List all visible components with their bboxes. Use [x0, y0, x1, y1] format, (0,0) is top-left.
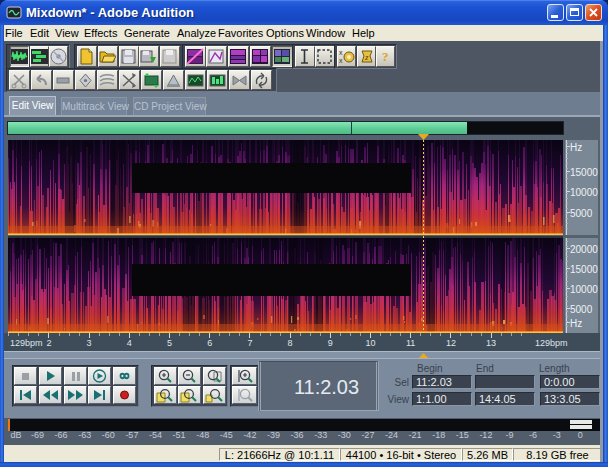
svg-text:?: ?	[382, 49, 389, 64]
svg-text:z: z	[364, 52, 369, 62]
svg-text:x: x	[339, 57, 343, 64]
svg-text:x: x	[339, 49, 343, 56]
